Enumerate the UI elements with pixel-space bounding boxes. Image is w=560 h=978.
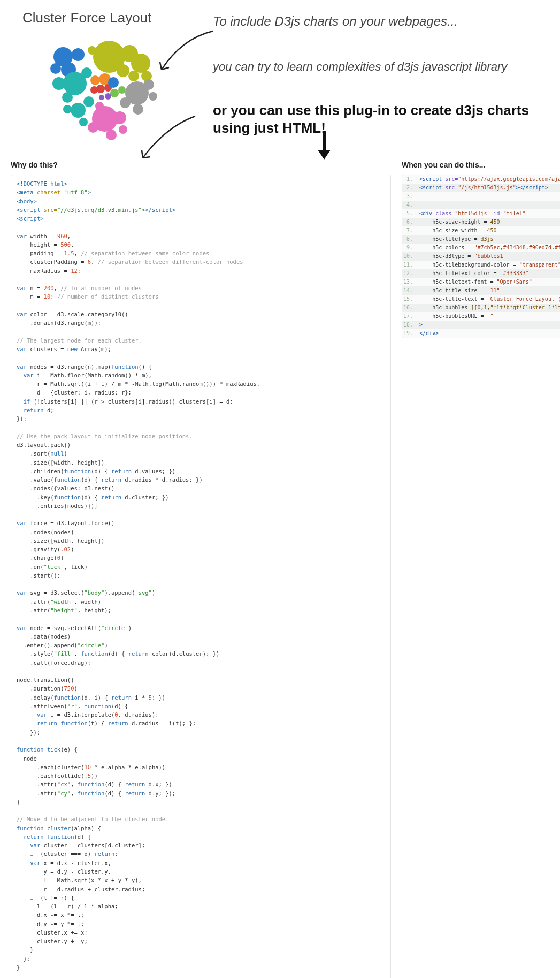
line-content: h5c-colors = "#7cb5ec,#434348,#90ed7d,#f… [417,244,560,252]
code-line: 18.> [402,321,560,329]
line-content: h5c-size-width = 450 [417,226,560,235]
code-line: 15. h5c-title-text = "Cluster Force Layo… [402,295,560,304]
line-number: 16. [402,304,417,312]
line-number: 11. [402,261,417,269]
svg-point-19 [90,86,98,94]
line-content: h5c-tilebackground-color = "transparent" [417,261,560,269]
line-number: 17. [402,312,417,321]
right-column: When you can do this... 1.<script src="h… [402,156,560,338]
line-content: h5c-tiletext-color = "#333333" [417,269,560,278]
line-content: h5c-title-size = "11" [417,286,560,295]
svg-point-35 [113,111,126,124]
svg-point-37 [106,130,117,140]
line-number: 13. [402,278,417,286]
line-content: > [417,321,560,329]
svg-point-27 [149,92,157,101]
line-number: 12. [402,269,417,278]
comparison-columns: Why do this? <!DOCTYPE html> <meta chars… [11,156,549,978]
line-number: 3. [402,192,417,201]
line-number: 18. [402,321,417,329]
svg-point-31 [83,96,94,107]
svg-point-32 [63,105,72,113]
svg-point-24 [99,95,104,100]
svg-point-9 [50,63,61,74]
svg-point-14 [81,67,92,78]
line-content: h5c-title-text = "Cluster Force Layout (… [417,295,560,304]
line-content: <div class="html5d3js" id="tile1" [417,209,560,218]
line-number: 5. [402,209,417,218]
code-line: 9. h5c-colors = "#7cb5ec,#434348,#90ed7d… [402,244,560,252]
svg-point-22 [118,86,126,94]
d3-raw-code-block: <!DOCTYPE html> <meta charset="utf-8"> <… [11,175,391,978]
svg-point-36 [88,122,98,133]
line-number: 7. [402,226,417,235]
svg-point-26 [143,79,154,90]
page-title: Cluster Force Layout [22,10,151,26]
line-content: h5c-tiletext-font = "Open+Sans" [417,278,560,286]
svg-point-13 [62,92,73,103]
svg-point-12 [52,77,65,90]
right-heading: When you can do this... [402,161,560,169]
code-line: 10. h5c-d3type = "bubbles1" [402,252,560,261]
line-content: h5c-size-height = 450 [417,218,560,226]
code-line: 14. h5c-title-size = "11" [402,286,560,295]
svg-point-23 [105,93,111,100]
intro-text-2: you can try to learn complexities of d3j… [213,60,534,74]
svg-point-3 [117,64,129,77]
line-number: 14. [402,286,417,295]
svg-point-28 [120,97,131,108]
line-content: h5c-tileType = d3js [417,235,560,244]
line-content: ​ [417,201,560,209]
line-content: <script src="/js/html5d3js.js"></script> [417,184,560,192]
code-line: 19.</div> [402,329,560,338]
svg-point-29 [133,104,143,115]
line-content: h5c-bubbles=[[0,1,"*lt*b*gt*Cluster=1*lt… [417,304,560,312]
line-number: 15. [402,295,417,304]
line-content: ​ [417,192,560,201]
code-line: 3.​ [402,192,560,201]
svg-point-6 [88,46,96,55]
line-number: 8. [402,235,417,244]
code-line: 5.<div class="html5d3js" id="tile1" [402,209,560,218]
svg-point-33 [79,118,88,126]
svg-point-20 [108,77,119,88]
cluster-bubbles-illustration [42,37,165,145]
line-content: </div> [417,329,560,338]
code-line: 17. h5c-bubblesURL = "" [402,312,560,321]
line-number: 19. [402,329,417,338]
code-line: 4.​ [402,201,560,209]
code-line: 1.<script src="https://ajax.googleapis.c… [402,175,560,184]
svg-point-4 [128,71,139,81]
code-line: 16. h5c-bubbles=[[0,1,"*lt*b*gt*Cluster=… [402,304,560,312]
left-column: Why do this? <!DOCTYPE html> <meta chars… [11,156,391,978]
svg-point-2 [131,54,150,73]
html5d3js-code-block: 1.<script src="https://ajax.googleapis.c… [402,175,560,338]
line-number: 4. [402,201,417,209]
code-line: 2.<script src="/js/html5d3js.js"></scrip… [402,184,560,192]
line-number: 10. [402,252,417,261]
svg-point-39 [95,102,104,110]
svg-point-21 [110,89,119,97]
code-line: 7. h5c-size-width = 450 [402,226,560,235]
svg-point-15 [90,75,100,85]
code-line: 8. h5c-tileType = d3js [402,235,560,244]
intro-bold-text: or you can use this plug-in to create d3… [213,102,544,137]
left-heading: Why do this? [11,161,391,169]
svg-point-38 [119,125,127,134]
svg-point-30 [71,103,86,118]
line-number: 2. [402,184,417,192]
code-line: 11. h5c-tilebackground-color = "transpar… [402,261,560,269]
line-content: h5c-bubblesURL = "" [417,312,560,321]
line-number: 9. [402,244,417,252]
line-number: 1. [402,175,417,184]
hero-row: Cluster Force Layout [11,6,549,151]
code-line: 6. h5c-size-height = 450 [402,218,560,226]
line-number: 6. [402,218,417,226]
line-content: <script src="https://ajax.googleapis.com… [417,175,560,184]
code-line: 12. h5c-tiletext-color = "#333333" [402,269,560,278]
svg-point-8 [72,48,85,61]
intro-text-1: To include D3js charts on your webpages.… [213,14,458,29]
code-line: 13. h5c-tiletext-font = "Open+Sans" [402,278,560,286]
line-content: h5c-d3type = "bubbles1" [417,252,560,261]
